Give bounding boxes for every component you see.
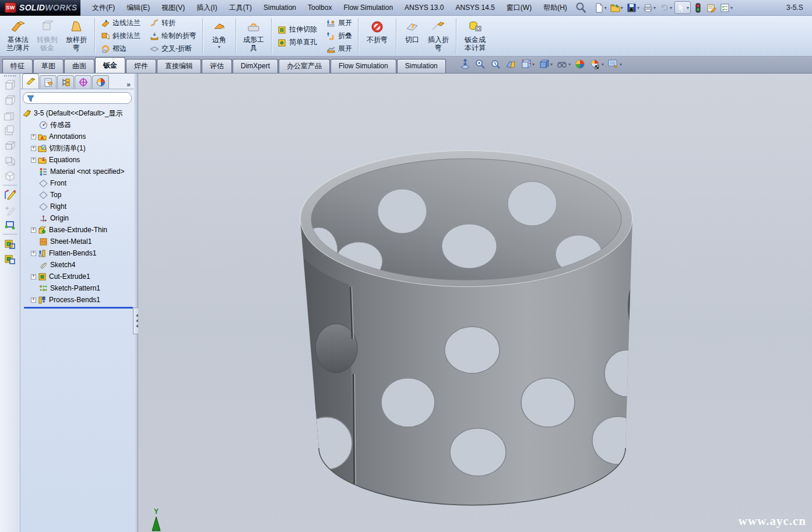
tab-office-products[interactable]: 办公室产品 <box>279 59 330 73</box>
tree-item-right-plane[interactable]: Right <box>31 201 134 212</box>
menu-flow-simulation[interactable]: Flow Simulation <box>338 0 399 16</box>
configurationmanager-tab[interactable] <box>57 75 74 89</box>
simple-hole-button[interactable]: 简单直孔 <box>275 36 319 48</box>
tab-weldments[interactable]: 焊件 <box>126 59 156 73</box>
display-style-button[interactable]: ▾ <box>538 58 553 70</box>
corner-button[interactable]: 边角 ▾ <box>206 18 232 55</box>
back-view-button[interactable] <box>2 93 18 107</box>
jog-button[interactable]: 转折 <box>147 17 199 29</box>
menu-edit[interactable]: 编辑(E) <box>121 0 156 16</box>
left-view-button[interactable] <box>2 108 18 123</box>
expander-process-bends[interactable]: + <box>31 298 36 303</box>
menu-toolbox[interactable]: Toolbox <box>302 0 338 16</box>
panel-expand-chevron[interactable]: » <box>126 80 131 89</box>
zoom-to-area-button[interactable] <box>474 58 486 70</box>
no-bends-button[interactable]: 不折弯 <box>362 18 392 55</box>
menu-tools[interactable]: 工具(T) <box>223 0 258 16</box>
3d-sketch-button[interactable] <box>2 202 18 217</box>
tree-item-material[interactable]: Material <not specified> <box>31 166 134 177</box>
tree-item-cut-extrude1[interactable]: +Cut-Extrude1 <box>31 271 134 282</box>
select-button[interactable]: ▾ <box>674 1 691 14</box>
tree-item-origin[interactable]: Origin <box>31 212 134 224</box>
tree-item-process-bends1[interactable]: +Process-Bends1 <box>31 294 134 306</box>
featuremanager-tree-tab[interactable] <box>22 74 39 89</box>
previous-view-button[interactable] <box>490 58 501 70</box>
front-view-button[interactable] <box>2 78 18 92</box>
filter-input[interactable] <box>34 93 128 103</box>
miter-flange-button[interactable]: 斜接法兰 <box>99 30 143 42</box>
section-view-button[interactable] <box>505 58 516 70</box>
bottom-view-button[interactable] <box>2 153 18 168</box>
tab-simulation[interactable]: Simulation <box>397 59 446 73</box>
right-view-button[interactable] <box>2 123 18 138</box>
lofted-bend-button[interactable]: 放样折 弯 <box>62 18 91 55</box>
apply-scene-button[interactable]: ▾ <box>589 58 604 70</box>
expander-base-extrude[interactable]: + <box>31 228 36 233</box>
expander-equations[interactable]: + <box>31 158 36 163</box>
insert-bends-button[interactable]: 插入折 弯 <box>424 18 452 55</box>
undo-button[interactable]: ▾ <box>658 1 673 14</box>
tree-item-equations[interactable]: +ΣEquations <box>31 154 134 166</box>
sketch-button[interactable] <box>2 187 18 202</box>
menu-window[interactable]: 窗口(W) <box>501 0 537 16</box>
zoom-to-fit-button[interactable] <box>459 58 471 70</box>
sheetmetal-cost-button[interactable]: 钣金成 本计算 <box>460 18 490 55</box>
menu-ansys-13[interactable]: ANSYS 13.0 <box>399 0 449 16</box>
rebuild-button[interactable] <box>692 1 704 14</box>
tab-dimxpert[interactable]: DimXpert <box>233 59 278 73</box>
unfold-button[interactable]: 展开 <box>324 17 354 29</box>
tree-root[interactable]: 3-5 (Default<<Default>_显示 <box>23 107 134 119</box>
flatten-button[interactable]: 展开 <box>324 43 354 55</box>
tree-filter-box[interactable] <box>23 92 132 104</box>
toolbar-grip[interactable] <box>4 75 16 76</box>
tree-item-annotations[interactable]: +AAnnotations <box>31 131 134 142</box>
tree-item-base-extrude-thin[interactable]: +Base-Extrude-Thin <box>31 224 134 236</box>
search-icon[interactable] <box>574 1 587 14</box>
menu-simulation[interactable]: Simulation <box>258 0 302 16</box>
view-settings-button[interactable]: ▾ <box>607 58 622 70</box>
tree-item-flatten-bends1[interactable]: +Flatten-Bends1 <box>31 247 134 259</box>
tab-direct-editing[interactable]: 直接编辑 <box>157 59 201 73</box>
base-flange-button[interactable]: 基体法 兰/薄片 <box>3 18 33 55</box>
edit-appearance-button[interactable] <box>574 58 586 70</box>
menu-insert[interactable]: 插入(I) <box>191 0 223 16</box>
options-button[interactable] <box>705 1 718 14</box>
tab-evaluate[interactable]: 评估 <box>202 59 232 73</box>
top-view-button[interactable] <box>2 138 18 153</box>
expander-cut-extrude[interactable]: + <box>31 274 36 279</box>
edge-flange-button[interactable]: 边线法兰 <box>99 17 143 29</box>
expander-cutlist[interactable]: + <box>31 146 36 151</box>
open-button[interactable]: ▾ <box>609 1 624 14</box>
extrude-cut-button[interactable] <box>2 251 18 266</box>
extrude-boss-button[interactable] <box>2 236 18 251</box>
view-orientation-button[interactable]: ▾ <box>520 58 535 70</box>
menu-help[interactable]: 帮助(H) <box>537 0 573 16</box>
save-button[interactable]: !▾ <box>625 1 641 14</box>
tree-item-sheet-metal1[interactable]: Sheet-Metal1 <box>31 236 134 247</box>
tree-item-sensors[interactable]: 传感器 <box>31 119 134 131</box>
viewport-3d[interactable]: Y www.ayc.cn <box>138 74 812 532</box>
isometric-view-button[interactable] <box>2 169 18 183</box>
hem-button[interactable]: 褶边 <box>99 43 143 55</box>
rip-button[interactable]: 切口 <box>400 18 424 55</box>
menu-ansys-14[interactable]: ANSYS 14.5 <box>449 0 500 16</box>
tab-sketch[interactable]: 草图 <box>33 59 64 73</box>
dimxpertmanager-tab[interactable] <box>75 75 92 89</box>
menu-file[interactable]: 文件(F) <box>86 0 121 16</box>
rollback-bar[interactable] <box>24 307 133 309</box>
print-button[interactable]: ▾ <box>642 1 657 14</box>
menu-view[interactable]: 视图(V) <box>156 0 191 16</box>
new-document-button[interactable]: ▾ <box>593 1 608 14</box>
tab-sheet-metal[interactable]: 钣金 <box>95 57 125 73</box>
sketched-bend-button[interactable]: 绘制的折弯 <box>147 30 199 42</box>
tab-flow-simulation[interactable]: Flow Simulation <box>331 59 396 73</box>
panel-splitter[interactable] <box>134 74 138 532</box>
tab-surfaces[interactable]: 曲面 <box>64 59 94 73</box>
extruded-cut-button[interactable]: 拉伸切除 <box>275 23 319 36</box>
propertymanager-tab[interactable] <box>40 75 57 89</box>
expander-annotations[interactable]: + <box>31 134 36 139</box>
corner-dropdown-arrow[interactable]: ▾ <box>218 44 220 50</box>
hide-show-items-button[interactable]: ▾ <box>556 58 571 70</box>
tree-item-sketch4[interactable]: Sketch4 <box>31 259 134 271</box>
tab-features[interactable]: 特征 <box>2 59 33 73</box>
